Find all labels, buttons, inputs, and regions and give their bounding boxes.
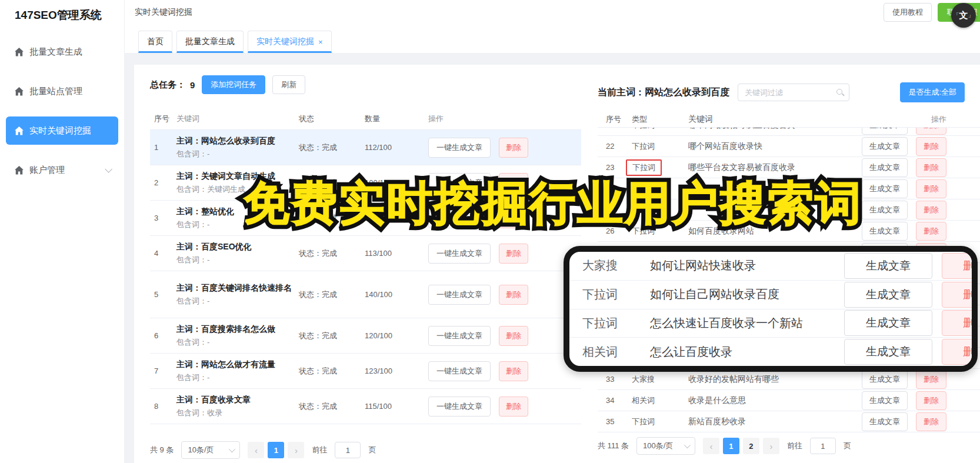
generate-all-button[interactable]: 是否生成:全部 (900, 82, 965, 102)
delete-button[interactable]: 删除 (916, 158, 946, 177)
task-status: 状态：完成 (299, 289, 365, 300)
delete-button[interactable]: 删除 (916, 137, 946, 156)
prev-page-button[interactable]: ‹ (248, 442, 264, 458)
refresh-button[interactable]: 刷新 (272, 75, 305, 94)
generate-article-button[interactable]: 生成文章 (844, 253, 932, 279)
tutorial-button[interactable]: 使用教程 (884, 3, 932, 22)
close-icon[interactable]: × (318, 38, 323, 46)
generate-articles-button[interactable]: 一键生成文章 (428, 138, 491, 158)
generate-article-button[interactable]: 生成文章 (844, 310, 932, 336)
goto-page-input[interactable] (810, 438, 836, 454)
page-size-select[interactable]: 100条/页 (636, 437, 695, 455)
translate-extension-icon[interactable]: 「文」 (951, 3, 976, 28)
total-tasks-value: 9 (190, 80, 195, 90)
delete-button[interactable]: 删除 (916, 127, 946, 135)
generate-article-button[interactable]: 生成文章 (862, 412, 908, 431)
keyword-type: 相关词 (632, 396, 655, 405)
add-task-button[interactable]: 添加挖词任务 (202, 75, 265, 94)
list-item[interactable]: 22 下拉词 哪个网站百度收录快 生成文章删除 (598, 136, 980, 157)
sidebar: 147SEO管理系统 批量文章生成 批量站点管理 实时关键词挖掘 账户管理 (0, 0, 125, 463)
chevron-down-icon (684, 442, 691, 448)
delete-button[interactable]: 删除 (499, 138, 528, 158)
keyword-type: 下拉词 (632, 142, 655, 151)
generate-article-button[interactable]: 生成文章 (862, 127, 908, 135)
tab-keyword-mining[interactable]: 实时关键词挖掘 × (248, 31, 332, 53)
list-item[interactable]: 21 下拉词 哪个网站发帖可以上百度首页 生成文章删除 (598, 127, 980, 136)
list-item[interactable]: 35 下拉词 新站百度秒收录 生成文章删除 (598, 411, 980, 432)
table-row[interactable]: 4 主词：百度SEO优化包含词：- 状态：完成 113/100 一键生成文章删除 (150, 236, 581, 271)
keyword-type: 大家搜 (582, 258, 650, 274)
delete-button[interactable]: 删除 (499, 326, 528, 346)
delete-button[interactable]: 删除 (916, 412, 946, 431)
list-item[interactable]: 34 相关词 收录是什么意思 生成文章删除 (598, 390, 980, 411)
task-number: 1 (154, 143, 176, 152)
delete-button[interactable]: 删除 (916, 201, 946, 219)
generate-articles-button[interactable]: 一键生成文章 (428, 397, 491, 417)
col-actions: 操作 (931, 114, 946, 125)
generate-article-button[interactable]: 生成文章 (862, 370, 908, 389)
keyword-text: 如何让自己网站收录百度 (650, 287, 844, 302)
prev-page-button[interactable]: ‹ (703, 438, 719, 454)
generate-articles-button[interactable]: 一键生成文章 (428, 361, 491, 381)
delete-button[interactable]: 删除 (942, 310, 978, 336)
keyword-number: 33 (606, 375, 632, 384)
sidebar-item-label: 实时关键词挖掘 (29, 125, 91, 136)
task-include-words: 包含词：- (176, 295, 293, 308)
delete-button[interactable]: 删除 (916, 222, 946, 241)
delete-button[interactable]: 删除 (916, 391, 946, 410)
current-main-keyword-value: 网站怎么收录到百度 (645, 87, 729, 97)
tab-home[interactable]: 首页 (138, 31, 172, 53)
keyword-number: 22 (606, 142, 632, 151)
generate-article-button[interactable]: 生成文章 (862, 201, 908, 219)
generate-article-button[interactable]: 生成文章 (862, 137, 908, 156)
tab-label: 首页 (147, 36, 164, 47)
generate-article-button[interactable]: 生成文章 (862, 158, 908, 177)
generate-article-button[interactable]: 生成文章 (862, 391, 908, 410)
sidebar-item-batch-site[interactable]: 批量站点管理 (6, 77, 118, 105)
page-size-value: 100条/页 (643, 441, 673, 451)
task-status: 状态：完成 (299, 366, 365, 377)
page-number-button[interactable]: 1 (268, 442, 284, 458)
col-keyword: 关键词 (176, 114, 299, 124)
page-number-button[interactable]: 1 (723, 438, 739, 454)
inset-row: 相关词 怎么让百度收录 生成文章 删除 (569, 338, 978, 366)
delete-button[interactable]: 删除 (499, 244, 528, 264)
generate-articles-button[interactable]: 一键生成文章 (428, 244, 491, 264)
delete-button[interactable]: 删除 (916, 370, 946, 389)
generate-article-button[interactable]: 生成文章 (862, 179, 908, 198)
next-page-button[interactable]: › (763, 438, 779, 454)
delete-button[interactable]: 删除 (499, 361, 528, 381)
delete-button[interactable]: 删除 (916, 179, 946, 198)
delete-button[interactable]: 删除 (942, 253, 978, 279)
sidebar-item-account[interactable]: 账户管理 (6, 156, 118, 184)
task-main-keyword: 主词：百度SEO优化 (176, 240, 293, 254)
table-row[interactable]: 7 主词：网站怎么做才有流量包含词：- 状态：完成 123/100 一键生成文章… (150, 354, 581, 389)
table-row[interactable]: 5 主词：百度关键词排名快速排名包含词：- 状态：完成 140/100 一键生成… (150, 271, 581, 318)
delete-button[interactable]: 删除 (499, 285, 528, 305)
list-item[interactable]: 33 大家搜 收录好的发帖网站有哪些 生成文章删除 (598, 369, 980, 390)
generate-article-button[interactable]: 生成文章 (844, 339, 932, 365)
sidebar-item-keyword-mining[interactable]: 实时关键词挖掘 (6, 116, 118, 145)
generate-article-button[interactable]: 生成文章 (844, 282, 932, 308)
task-include-words: 包含词：- (176, 148, 293, 161)
page-size-select[interactable]: 10条/页 (181, 441, 240, 459)
task-include-words: 包含词：- (176, 371, 293, 384)
table-row[interactable]: 6 主词：百度搜索排名怎么做包含词：- 状态：完成 120/100 一键生成文章… (150, 318, 581, 354)
generate-articles-button[interactable]: 一键生成文章 (428, 326, 491, 346)
table-row[interactable]: 8 主词：百度收录文章包含词：收录 状态：完成 115/100 一键生成文章删除 (150, 389, 581, 424)
generate-article-button[interactable]: 生成文章 (862, 222, 908, 241)
task-quantity: 123/100 (365, 367, 428, 375)
generate-articles-button[interactable]: 一键生成文章 (428, 285, 491, 305)
tab-batch-article[interactable]: 批量文章生成 (176, 31, 244, 53)
goto-page-input[interactable] (335, 442, 361, 458)
table-row[interactable]: 1 主词：网站怎么收录到百度包含词：- 状态：完成 112/100 一键生成文章… (150, 130, 581, 165)
task-number: 3 (154, 214, 176, 222)
task-status: 状态：完成 (299, 401, 365, 412)
keyword-filter-input[interactable] (738, 84, 849, 101)
sidebar-item-batch-article[interactable]: 批量文章生成 (6, 38, 118, 66)
delete-button[interactable]: 删除 (499, 397, 528, 417)
page-number-button[interactable]: 2 (743, 438, 759, 454)
next-page-button[interactable]: › (288, 442, 304, 458)
delete-button[interactable]: 删除 (942, 282, 978, 308)
delete-button[interactable]: 删除 (942, 339, 978, 365)
